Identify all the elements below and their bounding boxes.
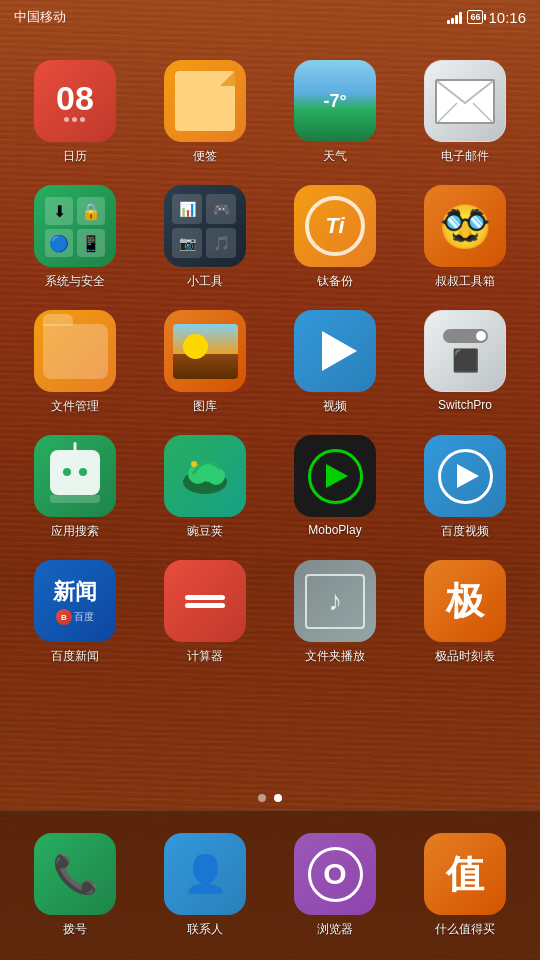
files-icon bbox=[34, 310, 116, 392]
app-peapod[interactable]: 豌豆荚 bbox=[140, 425, 270, 550]
signal-icon bbox=[447, 10, 462, 24]
app-memo[interactable]: 便签 bbox=[140, 50, 270, 175]
security-icon: ⬇ 🔒 🔵 📱 bbox=[34, 185, 116, 267]
carrier-text: 中国移动 bbox=[14, 8, 66, 26]
video-icon bbox=[294, 310, 376, 392]
baidunews-icon: 新闻 B 百度 bbox=[34, 560, 116, 642]
baiduvideo-icon bbox=[424, 435, 506, 517]
peapod-icon bbox=[164, 435, 246, 517]
battery-icon: 66 bbox=[467, 10, 483, 24]
page-dot-2[interactable] bbox=[274, 794, 282, 802]
gallery-icon bbox=[164, 310, 246, 392]
time-text: 10:16 bbox=[488, 9, 526, 26]
shopping-icon: 值 bbox=[424, 833, 506, 915]
extremetime-icon: 极 bbox=[424, 560, 506, 642]
page-dot-1[interactable] bbox=[258, 794, 266, 802]
svg-point-5 bbox=[191, 461, 197, 467]
app-baidunews[interactable]: 新闻 B 百度 百度新闻 bbox=[10, 550, 140, 675]
browser-icon: O bbox=[294, 833, 376, 915]
app-moboplay[interactable]: MoboPlay bbox=[270, 425, 400, 550]
app-backup[interactable]: Ti 钛备份 bbox=[270, 175, 400, 300]
contacts-icon: 👤 bbox=[164, 833, 246, 915]
app-video[interactable]: 视频 bbox=[270, 300, 400, 425]
app-gallery[interactable]: 图库 bbox=[140, 300, 270, 425]
dock: 📞 拨号 👤 联系人 O 浏览器 值 什么值得买 bbox=[0, 810, 540, 960]
weather-icon: -7° bbox=[294, 60, 376, 142]
switchpro-icon: ⬛ bbox=[424, 310, 506, 392]
dock-browser[interactable]: O 浏览器 bbox=[270, 823, 400, 948]
phone-icon: 📞 bbox=[34, 833, 116, 915]
app-extremetime[interactable]: 极 极品时刻表 bbox=[400, 550, 530, 675]
page-dots bbox=[0, 786, 540, 810]
calendar-icon: 08 bbox=[34, 60, 116, 142]
appsearch-icon bbox=[34, 435, 116, 517]
tools-icon: 📊 🎮 📷 🎵 bbox=[164, 185, 246, 267]
dock-phone[interactable]: 📞 拨号 bbox=[10, 823, 140, 948]
moboplay-icon bbox=[294, 435, 376, 517]
app-folderplay[interactable]: ♪ 文件夹播放 bbox=[270, 550, 400, 675]
dock-contacts[interactable]: 👤 联系人 bbox=[140, 823, 270, 948]
app-baiduvideo[interactable]: 百度视频 bbox=[400, 425, 530, 550]
calculator-icon bbox=[164, 560, 246, 642]
svg-point-4 bbox=[207, 467, 225, 485]
app-grid: 08 日历 便签 -7° 天气 bbox=[0, 30, 540, 685]
app-security[interactable]: ⬇ 🔒 🔵 📱 系统与安全 bbox=[10, 175, 140, 300]
app-appsearch[interactable]: 应用搜索 bbox=[10, 425, 140, 550]
app-files[interactable]: 文件管理 bbox=[10, 300, 140, 425]
folderplay-icon: ♪ bbox=[294, 560, 376, 642]
app-email[interactable]: 电子邮件 bbox=[400, 50, 530, 175]
app-calendar[interactable]: 08 日历 bbox=[10, 50, 140, 175]
status-right: 66 10:16 bbox=[447, 9, 526, 26]
uncle-icon: 🥸 bbox=[424, 185, 506, 267]
dock-shopping[interactable]: 值 什么值得买 bbox=[400, 823, 530, 948]
backup-icon: Ti bbox=[294, 185, 376, 267]
memo-icon bbox=[164, 60, 246, 142]
app-calculator[interactable]: 计算器 bbox=[140, 550, 270, 675]
app-weather[interactable]: -7° 天气 bbox=[270, 50, 400, 175]
app-switchpro[interactable]: ⬛ SwitchPro bbox=[400, 300, 530, 425]
app-uncle[interactable]: 🥸 叔叔工具箱 bbox=[400, 175, 530, 300]
app-tools[interactable]: 📊 🎮 📷 🎵 小工具 bbox=[140, 175, 270, 300]
dock-container: 📞 拨号 👤 联系人 O 浏览器 值 什么值得买 bbox=[0, 786, 540, 960]
status-bar: 中国移动 66 10:16 bbox=[0, 0, 540, 30]
email-icon bbox=[424, 60, 506, 142]
